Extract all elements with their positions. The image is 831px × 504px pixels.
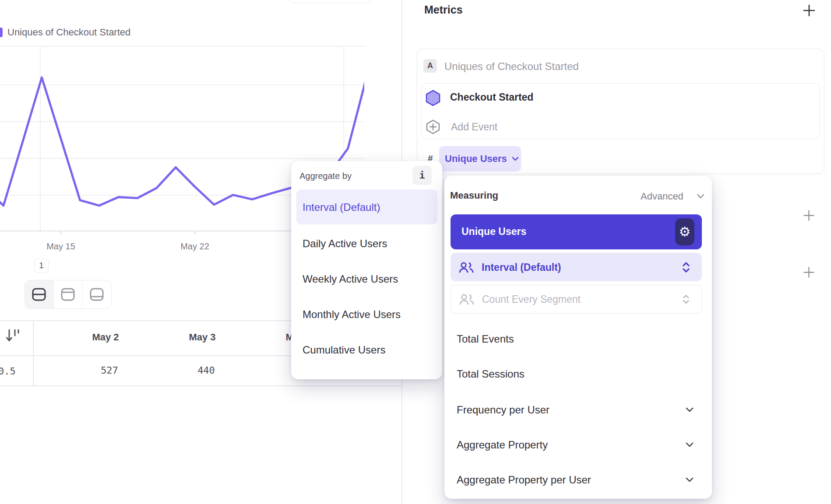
chevron-down-icon[interactable] [686,442,694,447]
measuring-option-unique-users-selected[interactable]: Unique Users ⚙ [451,214,702,249]
x-tick-may-22: May 22 [169,242,221,252]
column-header-may-3[interactable]: May 3 [172,332,233,343]
advanced-toggle[interactable]: Advanced [641,191,683,202]
add-event-label[interactable]: Add Event [451,121,497,133]
event-hexagon-icon [425,90,441,106]
chevron-down-icon[interactable] [686,407,694,412]
column-header-may-2[interactable]: May 2 [75,332,136,343]
split-view-toggle[interactable] [25,280,54,308]
advanced-chevron-down-icon[interactable] [697,194,704,199]
interval-selector-label: Interval (Default) [482,261,561,273]
users-icon [458,262,474,273]
split-view-icon [32,287,46,301]
metric-letter-badge: A [423,59,437,73]
add-event-icon[interactable] [426,119,440,134]
cell-may-2: 527 [79,365,140,376]
table-view-toggle[interactable] [82,280,111,308]
page-number-badge[interactable]: 1 [34,259,49,273]
layout-toggle-group [25,280,112,309]
chevron-down-icon [512,157,519,161]
measuring-option-aggregate-property[interactable]: Aggregate Property [457,439,548,454]
info-icon[interactable]: i [412,166,432,185]
table-view-icon [89,287,104,301]
legend-swatch [0,28,3,37]
chevron-down-icon[interactable] [686,477,694,482]
interval-selector[interactable]: Interval (Default) [451,253,702,281]
row-average-value: 0.5 [0,366,16,377]
metric-card-title[interactable]: Uniques of Checkout Started [444,60,579,73]
users-icon [459,294,475,305]
metrics-panel-title: Metrics [424,4,463,16]
menu-item-cumulative-users[interactable]: Cumulative Users [303,344,434,359]
gear-icon[interactable]: ⚙ [675,218,694,245]
menu-item-weekly-active-users[interactable]: Weekly Active Users [303,273,434,288]
measuring-header: Measuring [450,190,498,201]
measurement-chip-label: Unique Users [445,153,507,164]
add-metric-icon[interactable] [803,4,815,17]
table-bottom-border [0,385,401,386]
table-column-divider [33,320,34,385]
sort-descending-icon[interactable] [6,328,21,343]
unique-users-label: Unique Users [461,226,526,238]
add-filter-icon[interactable] [803,210,814,221]
measuring-option-aggregate-property-per-user[interactable]: Aggregate Property per User [457,474,591,489]
measuring-option-total-events[interactable]: Total Events [457,333,514,348]
menu-item-monthly-active-users[interactable]: Monthly Active Users [303,308,434,323]
menu-item-interval-default[interactable]: Interval (Default) [296,189,437,224]
up-down-chevrons-icon [683,262,690,273]
measuring-option-total-sessions[interactable]: Total Sessions [457,368,525,383]
chart-view-toggle[interactable] [54,280,83,308]
menu-item-daily-active-users[interactable]: Daily Active Users [303,238,434,252]
cropped-top-control[interactable] [288,0,371,3]
legend-label: Uniques of Checkout Started [7,27,130,38]
chart-view-icon [60,287,75,301]
measurement-chip[interactable]: Unique Users [439,146,521,172]
event-name[interactable]: Checkout Started [450,91,533,103]
up-down-chevrons-icon [683,294,689,304]
aggregate-by-header: Aggregate by [299,171,352,181]
measuring-option-frequency-per-user[interactable]: Frequency per User [457,404,549,419]
segment-count-selector[interactable]: Count Every Segment [451,285,702,314]
selected-aggregate-label: Interval (Default) [303,201,380,214]
segment-count-label: Count Every Segment [482,294,581,305]
x-tick-may-15: May 15 [35,242,87,252]
cell-may-3: 440 [176,365,237,376]
add-breakdown-icon[interactable] [803,267,814,278]
